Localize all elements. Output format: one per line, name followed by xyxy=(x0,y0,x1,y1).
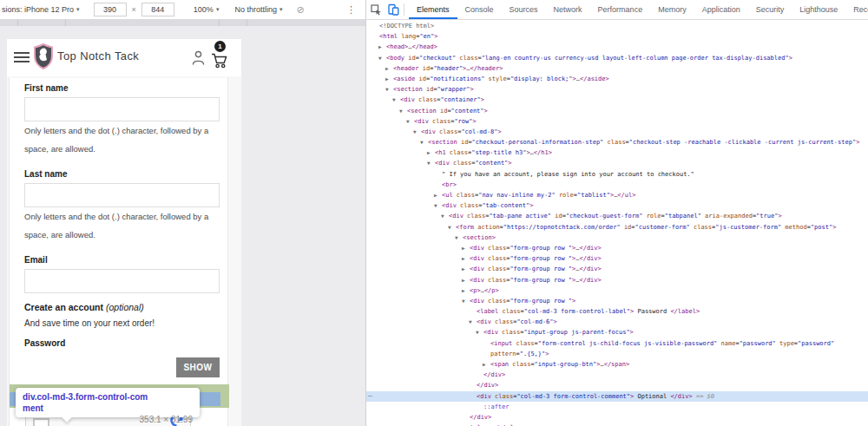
collapse-arrow-icon[interactable]: ▼ xyxy=(392,95,400,105)
collapse-arrow-icon[interactable]: ▼ xyxy=(469,317,477,327)
expand-arrow-icon[interactable]: ▶ xyxy=(462,264,470,274)
dom-tree-node[interactable]: ▼<div class="input-group js-parent-focus… xyxy=(366,327,868,338)
dom-tree-node[interactable]: pattern=".{5,}"> xyxy=(366,349,868,359)
dom-tree-node[interactable]: ▼<div class="col-md-8"> xyxy=(366,127,868,137)
collapse-arrow-icon[interactable]: ▼ xyxy=(462,296,470,306)
dom-tree-node[interactable]: ▼<div class="row"> xyxy=(366,116,868,127)
inspect-element-icon[interactable] xyxy=(371,4,382,16)
hamburger-menu-icon[interactable] xyxy=(14,52,30,64)
expand-arrow-icon[interactable]: ▶ xyxy=(455,423,463,426)
dom-tree-node[interactable]: ▶<ul class="nav nav-inline my-2" role="t… xyxy=(366,190,868,200)
expand-arrow-icon[interactable]: ▶ xyxy=(434,190,442,200)
expand-arrow-icon[interactable]: ▶ xyxy=(483,359,490,370)
dom-tree-node[interactable]: ▼<div class="form-group row "> xyxy=(366,296,868,306)
dom-tree-node[interactable]: ▼<section> xyxy=(366,233,868,243)
collapse-arrow-icon[interactable]: ▼ xyxy=(434,200,442,211)
device-toolbar: sions: iPhone 12 Pro ▾ 390 × 844 100% ▾ … xyxy=(0,0,365,20)
first-name-input[interactable] xyxy=(24,97,220,121)
dom-tree-node[interactable]: ▶<aside id="notifications" style="displa… xyxy=(366,74,868,84)
dom-tree-node[interactable]: ▼<div class="container"> xyxy=(366,95,868,105)
dom-tree-node[interactable]: ▼<div class="tab-content"> xyxy=(366,200,868,211)
collapse-arrow-icon[interactable]: ▼ xyxy=(378,53,386,63)
media-query-bar[interactable] xyxy=(0,19,365,26)
expand-arrow-icon[interactable]: ▶ xyxy=(385,74,393,84)
dom-tree-node[interactable]: ▶<span class="input-group-btn">…</span> xyxy=(366,359,868,370)
dom-tree-node[interactable]: ▼<div class="tab-pane active" id="checko… xyxy=(366,211,868,221)
show-password-button[interactable]: SHOW xyxy=(176,357,220,377)
dom-tree-node[interactable]: ▼<div class="content"> xyxy=(366,158,868,168)
dom-tree-node[interactable]: ::after xyxy=(366,402,868,412)
dom-tree-node[interactable]: <br> xyxy=(366,180,868,190)
dom-tree-node[interactable]: " If you have an account, please sign in… xyxy=(366,169,868,180)
dom-tree-node[interactable]: </div> xyxy=(366,412,868,423)
dom-tree-node[interactable]: ▼<div class="col-md-6"> xyxy=(366,317,868,327)
emulated-viewport: Top Notch Tack 1 First n xyxy=(7,39,241,426)
collapse-arrow-icon[interactable]: ▼ xyxy=(413,127,421,137)
collapse-arrow-icon[interactable]: ▼ xyxy=(420,137,428,147)
dom-tree-node[interactable]: ▶<div class="form-group row ">…</div> xyxy=(366,253,868,264)
tab-console[interactable]: Console xyxy=(457,0,502,19)
collapse-arrow-icon[interactable]: ▼ xyxy=(406,116,414,127)
dom-tree-node[interactable]: ▶<header id="header">…</header> xyxy=(366,63,868,74)
dom-tree-node[interactable]: ▼<section id="content"> xyxy=(366,106,868,116)
tab-application[interactable]: Application xyxy=(694,0,748,19)
toggle-device-toolbar-icon[interactable] xyxy=(388,3,399,16)
node-more-actions-icon[interactable]: ⋯ xyxy=(368,391,372,402)
collapse-arrow-icon[interactable]: ▼ xyxy=(476,327,483,338)
recaptcha-checkbox[interactable] xyxy=(33,418,49,426)
dom-tree-node[interactable]: ▼<section id="wrapper"> xyxy=(366,84,868,95)
dom-tree-node[interactable]: </div> xyxy=(366,370,868,380)
collapse-arrow-icon[interactable]: ▼ xyxy=(441,211,449,221)
dom-tree-node[interactable]: ▶<style>…</style> xyxy=(366,423,868,426)
dom-tree-node[interactable]: <input class="form-control js-child-focu… xyxy=(366,338,868,349)
throttling-select[interactable]: No throttling ▾ xyxy=(234,5,282,14)
expand-arrow-icon[interactable]: ▶ xyxy=(385,63,393,74)
last-name-input[interactable] xyxy=(24,183,220,207)
dom-tree-node[interactable]: ▼<form action="https://topnotchtack.com/… xyxy=(366,222,868,233)
expand-arrow-icon[interactable]: ▶ xyxy=(462,285,470,296)
expand-arrow-icon[interactable]: ▶ xyxy=(427,147,435,158)
brand-name[interactable]: Top Notch Tack xyxy=(57,49,139,62)
viewport-width-input[interactable]: 390 xyxy=(94,3,127,16)
brand-shield-logo[interactable] xyxy=(33,43,54,73)
collapse-arrow-icon[interactable]: ▼ xyxy=(448,222,456,233)
expand-arrow-icon[interactable]: ▶ xyxy=(462,253,470,264)
expand-arrow-icon[interactable]: ▶ xyxy=(462,275,470,285)
dom-tree-node[interactable]: ▶<h1 class="step-title h3">…</h1> xyxy=(366,147,868,158)
chevron-down-icon: ▾ xyxy=(76,6,80,13)
tab-sources[interactable]: Sources xyxy=(502,0,546,19)
tab-network[interactable]: Network xyxy=(546,0,590,19)
field-label: Last name xyxy=(24,169,67,179)
collapse-arrow-icon[interactable]: ▼ xyxy=(385,84,393,95)
collapse-arrow-icon[interactable]: ▼ xyxy=(455,233,463,243)
dom-tree-node[interactable]: ▼<section id="checkout-personal-informat… xyxy=(366,137,868,147)
expand-arrow-icon[interactable]: ▶ xyxy=(378,42,386,52)
dom-tree-node[interactable]: ▶<div class="form-group row ">…</div> xyxy=(366,264,868,274)
tab-elements[interactable]: Elements xyxy=(409,0,457,19)
more-options-icon[interactable]: ⋮ xyxy=(346,4,356,16)
viewport-height-input[interactable]: 844 xyxy=(141,3,174,16)
expand-arrow-icon[interactable]: ▶ xyxy=(462,243,470,253)
dom-tree-node[interactable]: ▶<div class="form-group row ">…</div> xyxy=(366,243,868,253)
tab-security[interactable]: Security xyxy=(748,0,792,19)
dom-tree-node[interactable]: <!DOCTYPE html> xyxy=(366,21,868,31)
shopping-cart-icon[interactable] xyxy=(211,53,228,72)
dom-tree-node[interactable]: ▼<body id="checkout" class="lang-en coun… xyxy=(366,53,868,63)
dom-tree-node[interactable]: </div> xyxy=(366,380,868,390)
email-input[interactable] xyxy=(24,269,220,293)
tab-performance[interactable]: Performance xyxy=(590,0,651,19)
dom-tree-node[interactable]: ▶<div class="form-group row ">…</div> xyxy=(366,275,868,285)
dom-tree-node[interactable]: <label class="col-md-3 form-control-labe… xyxy=(366,306,868,317)
dom-tree-node[interactable]: ▶<head>…</head> xyxy=(366,42,868,52)
tab-lighthouse[interactable]: Lighthouse xyxy=(792,0,845,19)
collapse-arrow-icon[interactable]: ▼ xyxy=(427,158,435,168)
collapse-arrow-icon[interactable]: ▼ xyxy=(399,106,407,116)
zoom-select[interactable]: 100% ▾ xyxy=(194,5,220,14)
tab-recorder[interactable]: Recorder xyxy=(845,0,868,19)
dom-tree-node-selected[interactable]: <div class="col-md-3 form-control-commen… xyxy=(366,391,868,402)
dom-tree-node[interactable]: ▶<p>…</p> xyxy=(366,285,868,296)
dom-tree-node[interactable]: <html lang="en"> xyxy=(366,31,868,42)
user-account-icon[interactable] xyxy=(192,50,205,69)
tab-memory[interactable]: Memory xyxy=(650,0,694,19)
device-type-select[interactable]: sions: iPhone 12 Pro ▾ xyxy=(0,5,80,14)
